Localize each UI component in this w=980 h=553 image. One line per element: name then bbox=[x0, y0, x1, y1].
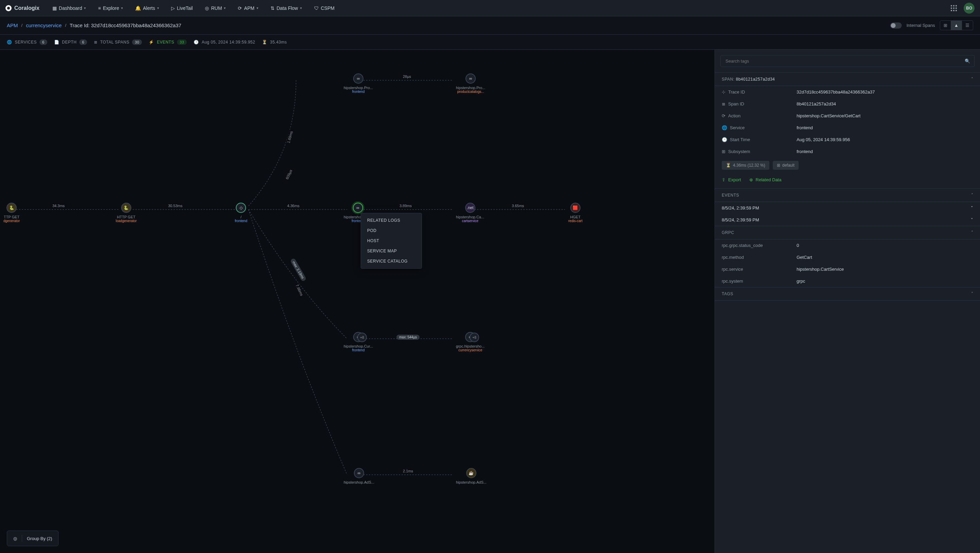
edge-label: 3.89ms bbox=[398, 203, 413, 208]
nav-cspm[interactable]: 🛡CSPM bbox=[309, 3, 339, 14]
section-grpc[interactable]: GRPC˄ bbox=[715, 226, 980, 240]
view-segmented: ⊞ ▲ ☰ bbox=[940, 21, 973, 30]
grid-icon: ⊞ bbox=[777, 163, 780, 168]
span-icon: ≣ bbox=[722, 101, 725, 106]
edge-label: 3.65ms bbox=[511, 203, 525, 208]
ctx-host[interactable]: HOST bbox=[361, 236, 422, 246]
ctx-service-map[interactable]: SERVICE MAP bbox=[361, 246, 422, 256]
globe-icon: 🌐 bbox=[722, 125, 727, 130]
related-data-button[interactable]: ⊕Related Data bbox=[749, 177, 782, 182]
nav-alerts[interactable]: 🔔Alerts▾ bbox=[130, 3, 164, 14]
alerts-icon: 🔔 bbox=[135, 5, 141, 11]
action-icon: ⟳ bbox=[722, 113, 725, 118]
chip-duration: ⏳4.36ms (12.32 %) bbox=[722, 161, 769, 170]
node-slash[interactable]: ◇/frontend bbox=[235, 203, 247, 223]
apps-grid-icon[interactable] bbox=[951, 5, 957, 11]
chevron-down-icon: ▾ bbox=[256, 6, 258, 10]
breadcrumb-sep: / bbox=[21, 23, 23, 28]
kv-service: 🌐Servicefrontend bbox=[715, 122, 980, 133]
nav-explore[interactable]: ≡Explore▾ bbox=[93, 3, 127, 14]
kv-grpc-system: rpc.systemgrpc bbox=[715, 275, 980, 287]
hourglass-icon: ⏳ bbox=[262, 40, 267, 44]
stat-timestamp: 🕑Aug 05, 2024 14:39:59.952 bbox=[194, 40, 255, 44]
view-map-button[interactable]: ⊞ bbox=[940, 21, 951, 30]
livetail-icon: ▷ bbox=[171, 5, 175, 11]
chip-group[interactable]: ⊞default bbox=[773, 161, 799, 170]
ctx-service-catalog[interactable]: SERVICE CATALOG bbox=[361, 256, 422, 266]
search-tags[interactable]: 🔍 bbox=[721, 55, 975, 67]
edge-label: 34.3ms bbox=[51, 203, 66, 208]
chevron-up-icon: ˄ bbox=[971, 77, 974, 82]
section-events[interactable]: EVENTS˄ bbox=[715, 188, 980, 202]
ctx-related-logs[interactable]: RELATED LOGS bbox=[361, 215, 422, 226]
breadcrumb-trace: Trace Id: 32d7d18cc459637bba48a24366362a… bbox=[70, 22, 181, 28]
edge-pill-curve: max: 2.13ms bbox=[290, 258, 307, 282]
edge-label: 7.86ms bbox=[294, 282, 305, 298]
brand-logo-icon bbox=[5, 5, 11, 11]
trace-graph[interactable]: 🐍TTP GETdgenerator 34.3ms 🐍HTTP GETloadg… bbox=[0, 50, 714, 553]
section-tags[interactable]: TAGS˄ bbox=[715, 287, 980, 300]
breadcrumb-service[interactable]: currencyservice bbox=[26, 22, 62, 28]
dataflow-icon: ⇅ bbox=[270, 5, 275, 11]
node-prod-catalog[interactable]: ∞hipstershop.Pro...productcatalogs... bbox=[456, 73, 485, 94]
brand[interactable]: Coralogix bbox=[5, 5, 40, 11]
chevron-up-icon: ˄ bbox=[971, 230, 974, 235]
edge-label: 2.1ms bbox=[401, 469, 414, 474]
explore-icon: ≡ bbox=[98, 5, 101, 11]
export-button[interactable]: ⇪Export bbox=[722, 177, 741, 182]
view-list-button[interactable]: ☰ bbox=[962, 21, 973, 30]
node-cartservice[interactable]: .nethipstershop.Ca...cartservice bbox=[456, 203, 484, 223]
kv-start-time: 🕑Start TimeAug 05, 2024 14:39:59.956 bbox=[715, 133, 980, 146]
span-details-panel: 🔍 SPAN: 8b40121a257a2d34 ˄ ⊹Trace ID32d7… bbox=[714, 50, 980, 553]
breadcrumb-apm[interactable]: APM bbox=[7, 22, 18, 28]
internal-spans-label: Internal Spans bbox=[907, 23, 935, 28]
stat-services: 🌐SERVICES6 bbox=[7, 40, 47, 45]
chip-row: ⏳4.36ms (12.32 %) ⊞default bbox=[715, 157, 980, 173]
search-icon: 🔍 bbox=[965, 59, 970, 64]
edge-label: 4.36ms bbox=[286, 203, 301, 208]
event-row[interactable]: 8/5/24, 2:39:59 PM˅ bbox=[715, 214, 980, 226]
nav-rum[interactable]: ◎RUM▾ bbox=[200, 3, 231, 14]
node-httpget[interactable]: 🐍HTTP GETloadgenerator bbox=[116, 203, 137, 223]
chevron-down-icon: ▾ bbox=[300, 6, 302, 10]
plus-badge[interactable]: +8 bbox=[469, 333, 479, 342]
cspm-icon: 🛡 bbox=[314, 5, 319, 11]
chevron-down-icon: ▾ bbox=[121, 6, 123, 10]
node-ttpget[interactable]: 🐍TTP GETdgenerator bbox=[3, 203, 20, 223]
subsystem-icon: ⊞ bbox=[722, 149, 725, 154]
group-by-control[interactable]: ◎ Group By (2) bbox=[7, 531, 59, 546]
nav-dataflow[interactable]: ⇅Data Flow▾ bbox=[266, 3, 307, 14]
dashboard-icon: ▦ bbox=[52, 5, 57, 11]
search-input[interactable] bbox=[725, 58, 965, 64]
avatar[interactable]: BO bbox=[964, 3, 975, 14]
node-ads-frontend[interactable]: ∞hipstershop.AdS... bbox=[344, 468, 374, 484]
export-icon: ⇪ bbox=[722, 177, 725, 182]
breadcrumb-row: APM / currencyservice / Trace Id: 32d7d1… bbox=[0, 16, 980, 35]
plus-badge[interactable]: +8 bbox=[357, 333, 367, 342]
stat-total-spans: ≣TOTAL SPANS30 bbox=[94, 40, 142, 45]
node-ads-service[interactable]: ☕hipstershop.AdS... bbox=[456, 468, 487, 484]
trace-icon: ⊹ bbox=[722, 89, 725, 95]
globe-icon: 🌐 bbox=[7, 40, 12, 44]
bolt-icon: ⚡ bbox=[149, 40, 154, 44]
clock-icon: 🕑 bbox=[722, 137, 727, 142]
context-menu: RELATED LOGS POD HOST SERVICE MAP SERVIC… bbox=[361, 213, 422, 269]
nav-livetail[interactable]: ▷LiveTail bbox=[166, 3, 198, 14]
stat-depth: 📄DEPTH6 bbox=[54, 40, 87, 45]
node-prod-frontend[interactable]: ∞hipstershop.Pro...frontend bbox=[344, 73, 373, 94]
nav-dashboard[interactable]: ▦Dashboard▾ bbox=[48, 3, 91, 14]
section-span[interactable]: SPAN: 8b40121a257a2d34 ˄ bbox=[715, 72, 980, 86]
top-nav: Coralogix ▦Dashboard▾ ≡Explore▾ 🔔Alerts▾… bbox=[0, 0, 980, 16]
internal-spans-toggle[interactable] bbox=[890, 22, 902, 29]
node-hget[interactable]: 🟥HGETredis-cart bbox=[568, 203, 582, 223]
event-row[interactable]: 8/5/24, 2:39:59 PM˅ bbox=[715, 202, 980, 214]
stat-events: ⚡EVENTS33 bbox=[149, 40, 187, 45]
edge-label: 30.53ms bbox=[167, 203, 184, 208]
nav-apm[interactable]: ⟳APM▾ bbox=[233, 3, 263, 14]
ctx-pod[interactable]: POD bbox=[361, 226, 422, 236]
brand-text: Coralogix bbox=[14, 5, 40, 11]
chevron-down-icon: ˅ bbox=[971, 217, 973, 222]
edge-label: 28µs bbox=[401, 74, 412, 79]
view-tree-button[interactable]: ▲ bbox=[951, 21, 962, 30]
chevron-down-icon: ▾ bbox=[224, 6, 226, 10]
